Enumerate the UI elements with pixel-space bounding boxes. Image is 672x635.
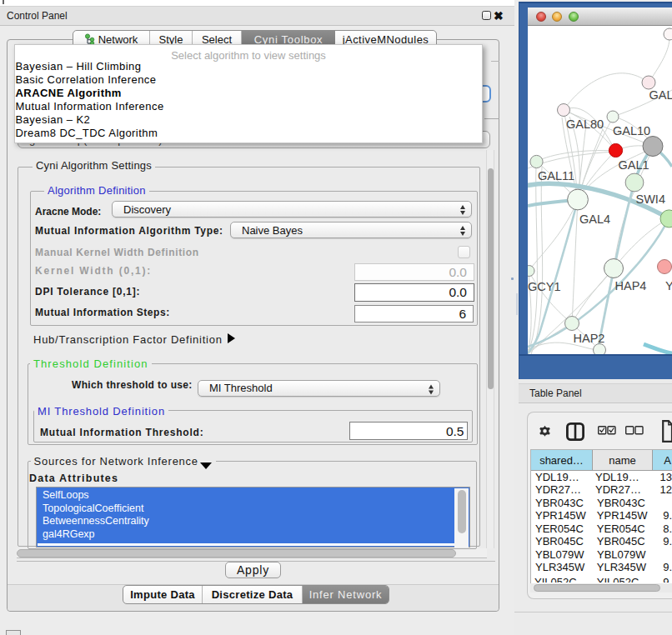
- svg-text:GAL1: GAL1: [619, 158, 649, 172]
- svg-text:GAL11: GAL11: [538, 169, 574, 182]
- svg-text:Y: Y: [665, 279, 672, 292]
- svg-text:GCY1: GCY1: [528, 280, 561, 293]
- svg-text:SWI4: SWI4: [636, 192, 665, 206]
- svg-text:HAP4: HAP4: [615, 279, 647, 292]
- svg-text:GAL: GAL: [649, 88, 672, 102]
- svg-text:GAL10: GAL10: [613, 124, 650, 138]
- svg-text:HAP2: HAP2: [574, 332, 605, 345]
- svg-text:GAL4: GAL4: [579, 212, 610, 226]
- svg-text:GAL80: GAL80: [566, 118, 604, 131]
